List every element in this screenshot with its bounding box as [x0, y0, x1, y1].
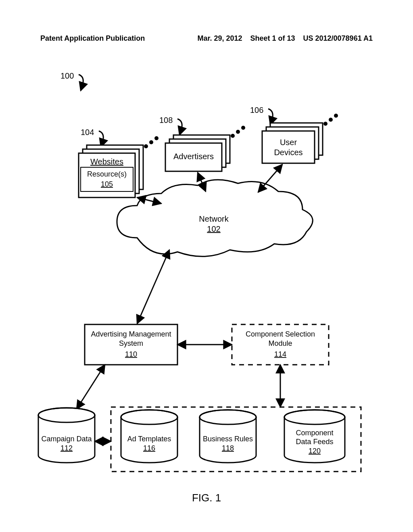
ams-num: 110 — [125, 350, 137, 358]
csm-num: 114 — [274, 350, 286, 358]
svg-line-22 — [137, 250, 169, 324]
userdev-line1: User — [280, 138, 297, 147]
header-date: Mar. 29, 2012 — [197, 34, 242, 43]
websites-title: Websites — [90, 157, 123, 166]
svg-rect-15 — [262, 131, 315, 163]
websites-num: 105 — [101, 180, 113, 188]
ams-line2: System — [119, 339, 143, 347]
svg-point-17 — [329, 118, 333, 122]
svg-point-6 — [154, 136, 159, 140]
ams-node: Advertising Management System 110 — [85, 324, 177, 365]
ref-108: 108 — [159, 116, 173, 125]
svg-line-26 — [77, 365, 105, 409]
diagram: 100 104 108 106 Websites Resource(s) 105… — [0, 44, 413, 496]
websites-sub: Resource(s) — [87, 170, 127, 178]
svg-point-10 — [231, 134, 235, 138]
csm-node: Component Selection Module 114 — [232, 324, 329, 365]
adtemp-num: 116 — [143, 444, 155, 452]
brules-title: Business Rules — [203, 435, 253, 443]
page-header: Patent Application Publication Mar. 29, … — [40, 34, 373, 43]
campaign-num: 112 — [60, 444, 73, 452]
cdf-num: 120 — [309, 447, 321, 455]
brules-cylinder: Business Rules 118 — [200, 410, 256, 463]
advertisers-node: Advertisers — [165, 126, 245, 171]
ref-106: 106 — [250, 106, 263, 114]
ref-100: 100 — [60, 71, 74, 80]
svg-point-11 — [236, 130, 240, 134]
advertisers-title: Advertisers — [173, 152, 214, 161]
svg-point-12 — [241, 126, 245, 130]
header-sheet: Sheet 1 of 13 — [250, 34, 295, 43]
svg-point-16 — [323, 122, 327, 126]
adtemplates-cylinder: Ad Templates 116 — [121, 410, 177, 463]
userdevices-node: User Devices — [262, 114, 338, 163]
header-publication: Patent Application Publication — [40, 34, 145, 43]
csm-line1: Component Selection — [246, 330, 315, 338]
userdev-line2: Devices — [274, 148, 302, 157]
ams-line1: Advertising Management — [91, 330, 171, 338]
network-title: Network — [199, 214, 229, 223]
campaign-title: Campaign Data — [41, 435, 92, 443]
websites-node: Websites Resource(s) 105 — [79, 136, 159, 197]
svg-point-4 — [144, 144, 148, 148]
network-node: Network 102 — [117, 180, 313, 256]
svg-point-18 — [334, 114, 338, 118]
csm-line2: Module — [268, 339, 292, 347]
header-pubno: US 2012/0078961 A1 — [303, 34, 373, 43]
adtemp-title: Ad Templates — [127, 435, 171, 443]
network-num: 102 — [207, 224, 220, 233]
ref-104: 104 — [81, 128, 94, 137]
campaign-cylinder: Campaign Data 112 — [38, 408, 95, 463]
svg-point-5 — [149, 140, 153, 144]
cdf-line2: Data Feeds — [296, 438, 333, 446]
cdf-cylinder: Component Data Feeds 120 — [284, 410, 345, 463]
cdf-line1: Component — [296, 429, 333, 437]
brules-num: 118 — [222, 444, 234, 452]
